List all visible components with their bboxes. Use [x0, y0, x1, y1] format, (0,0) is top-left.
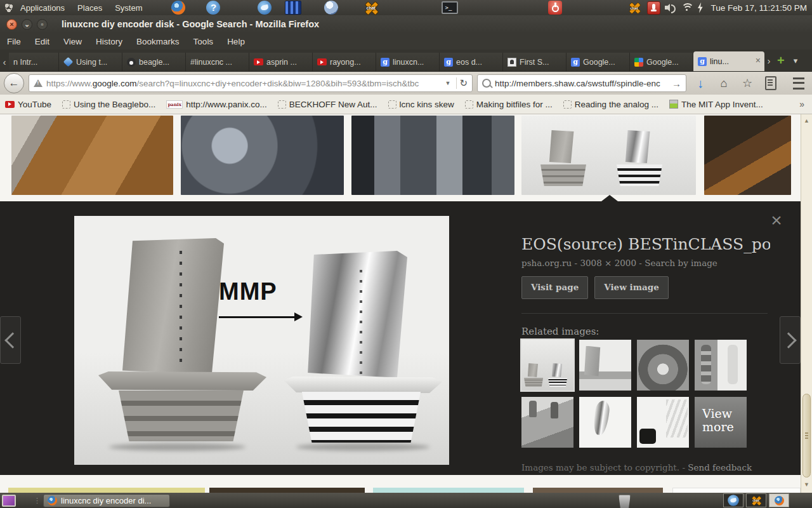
image-result-thumbnail[interactable] [351, 116, 514, 195]
back-button[interactable]: ← [4, 73, 24, 93]
tab-list-button[interactable]: ▾ [789, 56, 803, 65]
tab-5[interactable]: rayong... [313, 53, 376, 71]
system-menu[interactable]: System [108, 3, 148, 13]
view-more-thumbnail[interactable]: View more [695, 397, 747, 448]
taskbar-drag-handle[interactable]: ⋮ [34, 497, 39, 505]
related-thumbnail[interactable] [579, 397, 631, 448]
help-launcher-icon[interactable]: ? [206, 1, 220, 15]
preview-title[interactable]: EOS(source) BESTinCLASS_poli... [521, 235, 770, 253]
menu-edit[interactable]: Edit [28, 37, 56, 46]
bookmark-analog[interactable]: Reading the analog ... [563, 100, 658, 109]
related-thumbnail[interactable] [695, 340, 747, 391]
clock[interactable]: Tue Feb 17, 11:21:50 PM [708, 3, 807, 13]
bookmark-panix[interactable]: panix http://www.panix.co... [166, 100, 267, 109]
tab-2[interactable]: beagle... [122, 53, 186, 71]
menu-view[interactable]: View [56, 37, 89, 46]
search-icon[interactable] [482, 79, 491, 88]
close-icon[interactable]: × [765, 209, 788, 232]
view-image-button[interactable]: View image [594, 276, 668, 299]
window-minimize-button[interactable]: ⌄ [22, 19, 32, 30]
image-result-thumbnail[interactable] [704, 116, 791, 195]
wifi-tray-icon[interactable] [681, 3, 692, 12]
scroll-up-icon[interactable]: ▲ [801, 117, 812, 124]
menu-history[interactable]: History [89, 37, 129, 46]
trash-icon[interactable] [619, 495, 631, 508]
image-result-thumbnail[interactable] [11, 116, 173, 195]
tab-9[interactable]: g Google... [566, 53, 630, 71]
window-maximize-button[interactable]: ▫ [37, 19, 48, 30]
bookmark-star-button[interactable]: ☆ [738, 74, 757, 93]
tab-1[interactable]: Using t... [59, 53, 122, 71]
send-feedback-link[interactable]: Send feedback [688, 462, 752, 472]
tab-8[interactable]: First S... [503, 53, 566, 71]
new-tab-button[interactable]: + [773, 51, 789, 70]
recorder-tray-icon[interactable] [647, 1, 660, 15]
image-result-thumbnail[interactable] [209, 488, 365, 493]
window-close-button[interactable]: × [6, 19, 17, 30]
image-result-thumbnail[interactable] [181, 116, 344, 195]
scrollbar-thumb[interactable] [802, 394, 811, 478]
next-image-button[interactable] [780, 316, 801, 364]
downloads-button[interactable]: ↓ [691, 74, 710, 93]
firefox-task-button[interactable]: linuxcnc diy encoder di... [43, 494, 170, 507]
menu-help[interactable]: Help [220, 37, 252, 46]
tab-scroll-right-button[interactable]: › [764, 51, 773, 70]
previous-image-button[interactable] [0, 316, 21, 364]
volume-tray-icon[interactable] [665, 3, 676, 13]
bookmark-bitfiles[interactable]: Making bitfiles for ... [465, 100, 553, 109]
tab-scroll-left-button[interactable]: ‹ [0, 52, 9, 71]
related-thumbnail[interactable] [637, 397, 689, 448]
bookmark-beckhoff[interactable]: BECKHOFF New Aut... [278, 100, 377, 109]
tab-10[interactable]: Google... [630, 53, 693, 71]
search-bar[interactable]: http://members.shaw.ca/swstuff/spindle-e… [477, 74, 686, 92]
search-by-image-link[interactable]: Search by image [645, 258, 717, 268]
menu-tools[interactable]: Tools [187, 37, 221, 46]
bookmarks-panel-button[interactable] [761, 74, 780, 93]
applications-menu[interactable]: Applications [14, 3, 71, 13]
bookmark-youtube[interactable]: YouTube [5, 100, 51, 109]
search-go-icon[interactable]: → [672, 78, 681, 89]
related-thumbnail[interactable] [637, 340, 689, 391]
image-result-thumbnail[interactable] [533, 488, 663, 493]
chat-launcher-icon[interactable]: chat [363, 1, 379, 15]
url-dropdown-icon[interactable]: ▼ [443, 80, 453, 86]
places-menu[interactable]: Places [71, 3, 108, 13]
related-thumbnail-selected[interactable] [521, 340, 573, 391]
image-result-thumbnail-selected[interactable] [521, 116, 696, 195]
image-result-thumbnail[interactable] [8, 488, 205, 493]
image-result-thumbnail[interactable] [373, 488, 524, 493]
tab-close-icon[interactable]: × [756, 56, 761, 65]
terminal-launcher-icon[interactable]: >_ [442, 1, 458, 14]
menu-hamburger-button[interactable] [789, 74, 808, 93]
globe-launcher-icon[interactable] [324, 1, 338, 15]
home-button[interactable]: ⌂ [714, 74, 733, 93]
tab-4[interactable]: asprin ... [249, 53, 313, 71]
ubuntu-logo-icon[interactable] [4, 3, 14, 13]
tab-3[interactable]: #linuxcnc ... [186, 53, 249, 71]
menu-bookmarks[interactable]: Bookmarks [129, 37, 187, 46]
related-thumbnail[interactable] [521, 397, 573, 448]
tab-6[interactable]: g linuxcn... [376, 53, 440, 71]
power-status-icon[interactable] [697, 3, 704, 13]
reload-icon[interactable]: ↻ [456, 77, 468, 89]
thunderbird-launcher-icon[interactable] [258, 1, 272, 15]
image-result-thumbnail[interactable] [672, 488, 801, 493]
power-launcher-icon[interactable] [548, 1, 562, 15]
thunderbird-tray-button[interactable] [723, 493, 743, 507]
window-app-launcher-icon[interactable] [285, 1, 301, 15]
window-list-applet-icon[interactable] [2, 495, 16, 507]
chat-tray-icon[interactable]: chat [627, 2, 641, 14]
tab-7[interactable]: g eos d... [440, 53, 503, 71]
firefox-tray-button[interactable] [769, 493, 789, 507]
menu-file[interactable]: File [0, 37, 28, 46]
bookmarks-overflow-button[interactable]: » [799, 99, 807, 109]
url-bar[interactable]: https://www.google.com/search?q=linuxcnc… [29, 74, 473, 92]
page-scrollbar[interactable]: ▲ ▼ [801, 114, 812, 493]
firefox-launcher-icon[interactable] [171, 1, 185, 15]
tab-0[interactable]: n Intr... [9, 53, 59, 71]
visit-page-button[interactable]: Visit page [521, 276, 588, 299]
bookmark-beaglebone[interactable]: Using the Beaglebo... [62, 100, 155, 109]
chat-tray-button[interactable]: chat [746, 493, 766, 507]
scroll-down-icon[interactable]: ▼ [801, 481, 812, 488]
preview-main-image[interactable]: MMP [74, 216, 449, 465]
